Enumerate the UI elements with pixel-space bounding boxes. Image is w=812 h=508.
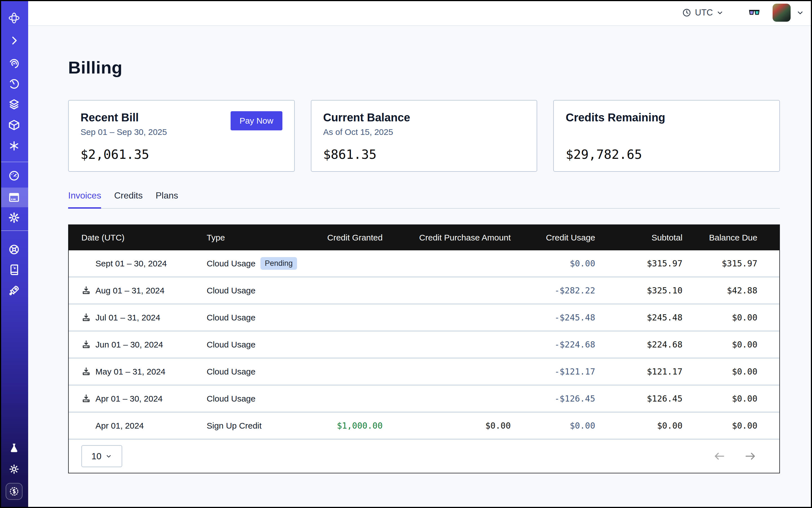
gear-icon[interactable] [8,211,20,224]
invoice-date-cell: Aug 01 – 31, 2024 [81,286,207,296]
invoice-date-cell: Jul 01 – 31, 2024 [81,312,207,323]
invoice-date: Aug 01 – 31, 2024 [95,286,164,295]
3d-glasses-icon[interactable] [748,6,761,19]
col-subtotal: Subtotal [595,233,682,243]
spiral-eye-icon[interactable] [8,57,20,70]
page-size-value: 10 [91,451,102,462]
invoice-type-cell: Cloud Usage Pending [207,257,315,270]
subtotal-value: $224.68 [595,340,682,349]
table-row[interactable]: Jul 01 – 31, 2024 Cloud Usage -$245.48 $… [69,304,779,331]
credit-usage-value: -$126.45 [511,394,595,404]
invoice-type-cell: Cloud Usage [207,340,315,349]
download-invoice-icon[interactable] [81,394,95,404]
timezone-label: UTC [695,8,713,18]
topbar: UTC [28,0,812,26]
balance-due-value: $0.00 [682,394,757,404]
credit-usage-value: -$121.17 [511,367,595,377]
current-balance-card: Current Balance As of Oct 15, 2025 $861.… [311,100,538,172]
subtotal-value: $126.45 [595,394,682,404]
helm-wheel-icon[interactable] [8,243,20,256]
timer-icon[interactable] [8,78,20,90]
invoice-date: Apr 01 – 30, 2024 [95,394,163,404]
sidebar-divider [0,230,28,231]
status-badge: Pending [260,257,297,270]
avatar[interactable] [773,4,790,22]
chevron-down-icon [105,453,112,460]
billing-tabs: Invoices Credits Plans [68,190,780,209]
invoices-table: Date (UTC) Type Credit Granted Credit Pu… [68,224,780,473]
download-invoice-icon[interactable] [81,286,95,296]
table-row[interactable]: May 01 – 31, 2024 Cloud Usage -$121.17 $… [69,358,779,385]
table-footer: 10 [69,439,779,473]
credit-usage-value: -$224.68 [511,340,595,349]
cube-icon[interactable] [8,119,20,131]
logo-orbit-icon[interactable] [8,12,20,24]
dollar-badge-button[interactable] [6,483,23,500]
download-invoice-icon[interactable] [81,312,95,323]
current-balance-amount: $861.35 [323,147,525,162]
col-credit-usage: Credit Usage [511,233,595,243]
table-row[interactable]: Jun 01 – 30, 2024 Cloud Usage -$224.68 $… [69,331,779,358]
chevron-down-icon [716,9,724,16]
credit-usage-value: -$245.48 [511,312,595,323]
credits-remaining-card: Credits Remaining $29,782.65 [553,100,780,172]
table-row[interactable]: Apr 01 – 30, 2024 Cloud Usage -$126.45 $… [69,385,779,413]
book-sparkles-icon[interactable] [8,263,20,276]
tab-credits[interactable]: Credits [114,190,142,208]
subtotal-value: $325.10 [595,286,682,295]
current-balance-title: Current Balance [323,111,525,124]
invoice-type: Cloud Usage [207,340,255,349]
invoice-date-cell: Apr 01 – 30, 2024 [81,394,207,404]
invoice-type-cell: Cloud Usage [207,313,315,323]
tab-plans[interactable]: Plans [156,190,178,208]
invoice-type: Cloud Usage [207,259,255,268]
download-invoice-icon[interactable] [81,367,95,377]
table-row[interactable]: Sept 01 – 30, 2024 Cloud Usage Pending $… [69,250,779,278]
timezone-selector[interactable]: UTC [682,8,724,18]
gauge-icon[interactable] [8,170,20,182]
col-credit-granted: Credit Granted [315,233,383,243]
page-size-select[interactable]: 10 [81,445,122,467]
invoice-date: May 01 – 31, 2024 [95,367,166,377]
chevron-right-icon[interactable] [8,34,20,47]
subtotal-value: $121.17 [595,367,682,377]
chevron-down-icon[interactable] [796,9,804,16]
page-title: Billing [68,57,780,77]
dollar-badge-icon [8,486,20,497]
invoice-type: Sign Up Credit [207,421,262,431]
download-invoice-icon[interactable] [81,340,95,350]
rocket-icon[interactable] [8,285,20,297]
subtotal-value: $245.48 [595,312,682,323]
prev-page-arrow-icon[interactable] [713,450,726,463]
invoice-type: Cloud Usage [207,394,255,404]
table-header-row: Date (UTC) Type Credit Granted Credit Pu… [69,225,779,250]
sidebar-divider [0,162,28,162]
col-balance-due: Balance Due [682,233,757,243]
balance-due-value: $315.97 [682,258,757,268]
invoice-type-cell: Sign Up Credit [207,421,315,431]
col-credit-purchase: Credit Purchase Amount [383,233,511,243]
pay-now-button[interactable]: Pay Now [230,111,283,130]
invoice-type-cell: Cloud Usage [207,367,315,377]
credits-remaining-spacer [566,127,768,137]
table-row[interactable]: Apr 01, 2024 Sign Up Credit $1,000.00 $0… [69,413,779,439]
col-date: Date (UTC) [81,233,207,243]
sun-icon[interactable] [8,463,20,475]
layers-icon[interactable] [8,98,20,111]
table-row[interactable]: Aug 01 – 31, 2024 Cloud Usage -$282.22 $… [69,278,779,304]
next-page-arrow-icon[interactable] [744,450,757,463]
asterisk-icon[interactable] [8,140,20,152]
balance-due-value: $42.88 [682,286,757,295]
tab-invoices[interactable]: Invoices [68,190,101,208]
invoice-type: Cloud Usage [207,313,255,323]
invoice-date: Jul 01 – 31, 2024 [95,313,160,323]
billing-card-icon[interactable] [8,191,20,204]
recent-bill-period: Sep 01 – Sep 30, 2025 [81,127,167,137]
recent-bill-amount: $2,061.35 [81,147,283,162]
flask-icon[interactable] [8,442,20,455]
invoice-type: Cloud Usage [207,286,255,295]
col-type: Type [207,233,315,243]
current-balance-asof: As of Oct 15, 2025 [323,127,525,137]
balance-due-value: $0.00 [682,312,757,323]
credits-remaining-title: Credits Remaining [566,111,768,124]
